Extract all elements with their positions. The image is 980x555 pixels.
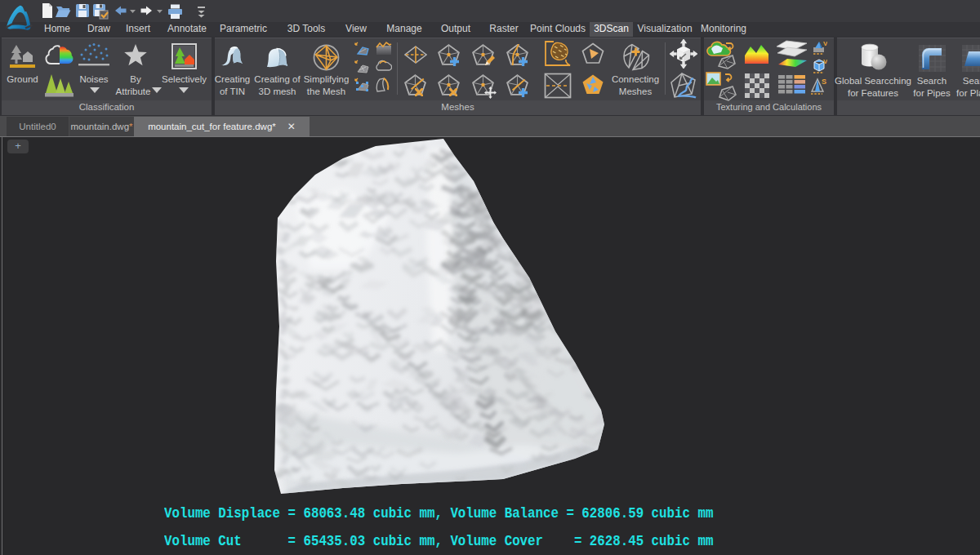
svg-text:S: S — [822, 78, 826, 86]
svg-text:V: V — [823, 58, 827, 65]
svg-text:V: V — [823, 41, 827, 47]
